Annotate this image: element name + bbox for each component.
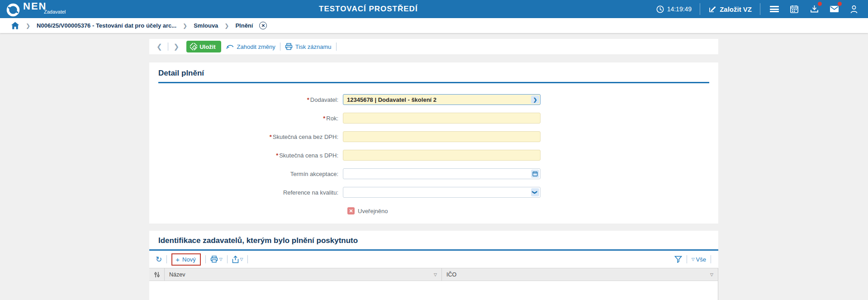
breadcrumb-chevron: ❯	[183, 23, 187, 29]
publication-status: ✕ Uveřejněno	[347, 207, 709, 214]
table-header-row: Název ▽ IČO ▽	[149, 268, 718, 281]
required-star: *	[270, 133, 272, 140]
create-vz-label: Založit VZ	[720, 5, 752, 13]
messages-badge	[838, 2, 842, 6]
save-button[interactable]: Uložit	[186, 41, 221, 52]
form-row-reference-na-kvalitu: Reference na kvalitu: ❯	[158, 187, 709, 198]
discard-label: Zahodit změny	[237, 43, 275, 50]
toolbar-separator	[168, 43, 168, 51]
column-header-ico[interactable]: IČO ▽	[442, 268, 718, 281]
print-list-button[interactable]: ▽	[210, 256, 223, 263]
plneni-form: *Dodavatel: ❯ *Rok: *Skutečná cena bez D…	[158, 94, 709, 214]
field-label: Termín akceptace:	[158, 171, 343, 177]
new-label: Nový	[182, 256, 196, 263]
required-star: *	[323, 115, 325, 122]
dropdown-triangle-icon: ▽	[240, 257, 243, 262]
save-label: Uložit	[199, 43, 215, 50]
home-icon[interactable]	[11, 22, 19, 29]
table-empty-body	[149, 281, 718, 300]
user-button[interactable]	[848, 3, 860, 15]
filter-funnel-icon[interactable]	[674, 256, 682, 263]
menu-button[interactable]	[768, 3, 780, 15]
user-icon	[850, 5, 858, 14]
app-header: NEN Zadavatel TESTOVACÍ PROSTŘEDÍ 14:19:…	[0, 0, 868, 18]
view-all-filter[interactable]: ▽ Vše	[692, 256, 706, 263]
header-separator	[760, 3, 760, 15]
form-row-cena-bez-dph: *Skutečná cena bez DPH:	[158, 131, 709, 142]
lookup-open-icon[interactable]: ❯	[531, 95, 539, 104]
detail-plneni-panel: Detail plnění *Dodavatel: ❯ *Rok:	[149, 62, 718, 224]
form-row-rok: *Rok:	[158, 113, 709, 124]
dropdown-triangle-icon: ▽	[692, 257, 695, 262]
column-filter-icon[interactable]: ▽	[710, 272, 713, 277]
column-label: Název	[169, 271, 185, 278]
next-record-button[interactable]: ❯	[173, 43, 180, 51]
edit-icon	[708, 5, 716, 13]
cena-bez-dph-field[interactable]	[343, 131, 541, 142]
datepicker-icon[interactable]	[531, 170, 539, 178]
breadcrumb-item-smlouva[interactable]: Smlouva	[194, 22, 218, 29]
messages-button[interactable]	[828, 3, 840, 15]
toolbar-separator	[711, 255, 711, 263]
export-button[interactable]: ▽	[232, 256, 243, 263]
zadavatele-table: Název ▽ IČO ▽	[149, 268, 718, 300]
prev-record-button[interactable]: ❮	[156, 43, 163, 51]
field-label: *Skutečná cena s DPH:	[158, 152, 343, 159]
new-record-button[interactable]: + Nový	[171, 253, 200, 266]
clock-widget: 14:19:49	[656, 5, 692, 13]
brand-subtitle: Zadavatel	[44, 10, 66, 14]
breadcrumb-chevron: ❯	[26, 23, 30, 29]
close-tab-icon[interactable]: ✕	[259, 22, 267, 29]
field-label: Reference na kvalitu:	[158, 189, 343, 196]
downloads-button[interactable]	[808, 3, 820, 15]
breadcrumb-chevron: ❯	[224, 23, 229, 29]
calendar-small-icon	[532, 171, 538, 176]
toolbar-separator	[280, 43, 280, 51]
toolbar-separator	[687, 255, 687, 263]
section-rule	[158, 82, 709, 83]
field-label: *Skutečná cena bez DPH:	[158, 133, 343, 140]
cena-s-dph-field[interactable]	[343, 150, 541, 161]
menu-icon	[770, 6, 779, 12]
rok-field[interactable]	[343, 113, 541, 124]
toolbar-separator	[227, 255, 228, 263]
print-record-button[interactable]: Tisk záznamu	[285, 43, 332, 50]
record-toolbar: ❮ ❯ Uložit Zahodit změny Tisk záznamu	[149, 39, 718, 54]
breadcrumb-item-plneni[interactable]: Plnění	[235, 22, 253, 29]
dodavatel-field[interactable]	[343, 94, 541, 105]
clock-icon	[656, 5, 664, 13]
list-toolbar: ↻ + Nový ▽	[149, 251, 718, 268]
refresh-button[interactable]: ↻	[156, 256, 162, 263]
nen-logo-icon	[6, 3, 20, 17]
list-section-title: Identifikace zadavatelů, kterým bylo pln…	[149, 236, 718, 245]
breadcrumb-item-contract-procedure[interactable]: N006/25/V00005376 - Testování dat pro úč…	[37, 22, 176, 29]
breadcrumb: ❯ N006/25/V00005376 - Testování dat pro …	[0, 18, 868, 33]
toolbar-separator	[336, 43, 337, 51]
detail-section-title: Detail plnění	[158, 69, 709, 78]
download-badge	[818, 2, 822, 6]
create-vz-button[interactable]: Založit VZ	[708, 5, 752, 13]
calendar-icon	[790, 5, 799, 14]
discard-changes-button[interactable]: Zahodit změny	[226, 43, 275, 50]
nen-logo[interactable]: NEN Zadavatel	[6, 1, 66, 17]
termin-akceptace-field[interactable]	[343, 168, 541, 179]
required-star: *	[276, 152, 278, 159]
column-header-nazev[interactable]: Název ▽	[165, 268, 442, 281]
header-separator	[700, 3, 700, 15]
all-label: Vše	[696, 256, 706, 263]
column-filter-icon[interactable]: ▽	[434, 272, 437, 277]
toolbar-separator	[247, 255, 248, 263]
export-icon	[232, 256, 239, 263]
status-label: Uveřejněno	[358, 208, 388, 214]
column-settings-button[interactable]	[149, 268, 165, 281]
required-star: *	[307, 96, 309, 103]
reference-na-kvalitu-field[interactable]	[343, 187, 541, 198]
toolbar-separator	[166, 255, 167, 263]
field-label: *Dodavatel:	[158, 96, 343, 103]
select-chevron-down-icon[interactable]: ❯	[531, 188, 539, 196]
undo-icon	[226, 44, 234, 50]
form-row-dodavatel: *Dodavatel: ❯	[158, 94, 709, 105]
toolbar-separator	[205, 255, 206, 263]
not-published-icon: ✕	[347, 207, 355, 214]
calendar-button[interactable]	[788, 3, 800, 15]
